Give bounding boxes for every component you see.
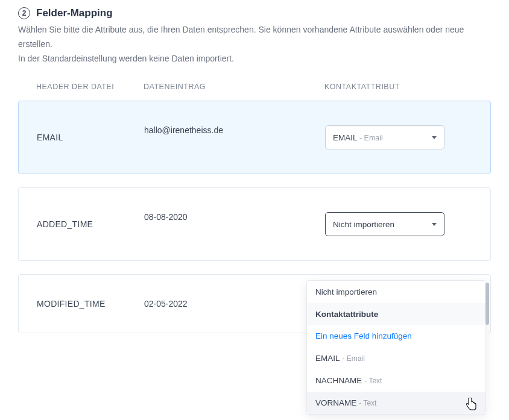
row-header-label: EMAIL xyxy=(37,133,144,142)
desc-line-1: Wählen Sie bitte die Attribute aus, die … xyxy=(18,25,464,49)
dropdown-link-new-field[interactable]: Ein neues Feld hinzufügen xyxy=(307,325,485,333)
column-header-file: HEADER DER DATEI xyxy=(36,83,144,91)
select-value: EMAIL xyxy=(333,133,358,142)
row-data-value: hallo@irenetheiss.de xyxy=(144,125,325,135)
attribute-dropdown: Nicht importieren Kontaktattribute Ein n… xyxy=(306,280,486,333)
dropdown-link-label: Ein neues Feld hinzufügen xyxy=(315,331,412,333)
row-data-value: 08-08-2020 xyxy=(144,212,325,222)
chevron-down-icon xyxy=(432,136,437,139)
row-header-label: ADDED_TIME xyxy=(37,219,144,229)
attribute-select-added-time[interactable]: Nicht importieren xyxy=(325,212,444,236)
column-headers-row: HEADER DER DATEI DATENEINTRAG KONTAKTATT… xyxy=(18,83,491,101)
dropdown-option-no-import[interactable]: Nicht importieren xyxy=(307,281,485,303)
chevron-down-icon xyxy=(432,223,437,226)
section-header: 2 Felder-Mapping xyxy=(18,7,491,19)
row-header-label: MODIFIED_TIME xyxy=(37,299,144,309)
dropdown-group-label: Kontaktattribute xyxy=(307,303,485,325)
select-value: Nicht importieren xyxy=(333,220,394,229)
section-description: Wählen Sie bitte die Attribute aus, die … xyxy=(18,23,491,66)
dropdown-option-label: Nicht importieren xyxy=(315,287,377,296)
mapping-row-added-time: ADDED_TIME 08-08-2020 Nicht importieren xyxy=(18,187,491,261)
attribute-select-email[interactable]: EMAIL - Email xyxy=(325,125,444,149)
section-title: Felder-Mapping xyxy=(36,7,113,19)
select-subvalue: - Email xyxy=(358,134,383,142)
step-number-badge: 2 xyxy=(18,7,30,19)
desc-line-2: In der Standardeinstellung werden keine … xyxy=(18,54,234,63)
row-data-value: 02-05-2022 xyxy=(144,299,325,309)
column-header-data: DATENEINTRAG xyxy=(144,83,324,91)
column-header-attribute: KONTAKTATTRIBUT xyxy=(324,83,473,91)
mapping-row-email: EMAIL hallo@irenetheiss.de EMAIL - Email xyxy=(18,101,491,174)
